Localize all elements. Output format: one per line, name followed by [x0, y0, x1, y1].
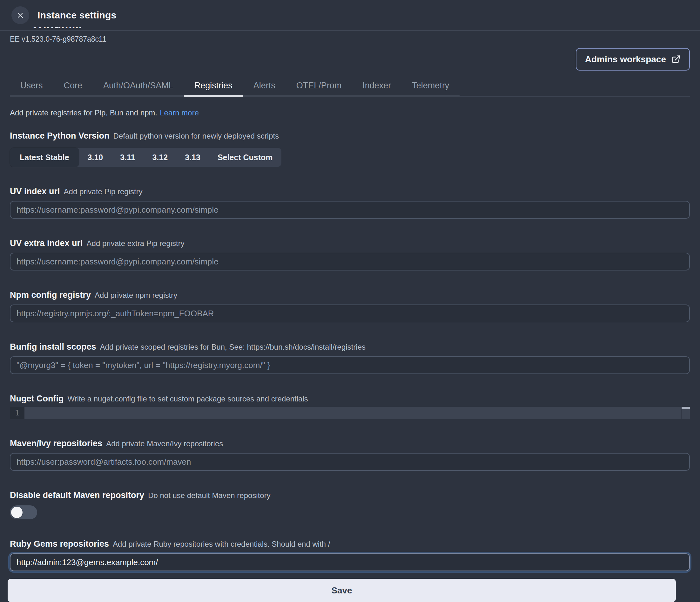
- tab-telemetry[interactable]: Telemetry: [401, 77, 459, 97]
- modal-header: Instance settings: [0, 0, 700, 30]
- field-hint: Add private Maven/Ivy repositories: [106, 438, 223, 449]
- admins-workspace-label: Admins workspace: [585, 54, 666, 65]
- field-head: Instance Python Version Default python v…: [10, 130, 690, 141]
- field-label: UV index url: [10, 186, 60, 197]
- external-link-icon: [671, 55, 681, 64]
- version-text: EE v1.523.0-76-g98787a8c11: [10, 34, 690, 44]
- nuget-config-editor[interactable]: 1: [10, 407, 690, 419]
- page-title: Instance settings: [38, 10, 116, 21]
- field-hint: Do not use default Maven repository: [148, 490, 271, 501]
- tab-alerts[interactable]: Alerts: [243, 77, 286, 97]
- field-label: Npm config registry: [10, 290, 91, 300]
- npm-config-registry-input[interactable]: [10, 305, 690, 322]
- field-head: Maven/Ivy repositoriesAdd private Maven/…: [10, 438, 690, 449]
- close-icon: [16, 11, 25, 20]
- field-head: Disable default Maven repositoryDo not u…: [10, 490, 690, 501]
- uv-extra-index-url-input[interactable]: [10, 253, 690, 270]
- field-head: Npm config registryAdd private npm regis…: [10, 290, 690, 301]
- field-hint: Add private Pip registry: [64, 186, 143, 197]
- field-hint: Add private scoped registries for Bun, S…: [100, 342, 366, 353]
- intro-text: Add private registries for Pip, Bun and …: [10, 108, 690, 118]
- python-version-segmented-control: Latest Stable3.103.113.123.13Select Cust…: [10, 148, 281, 167]
- field-npm-config-registry: Npm config registryAdd private npm regis…: [10, 290, 690, 322]
- python-version-option-latest-stable[interactable]: Latest Stable: [10, 148, 79, 167]
- field-label: Disable default Maven repository: [10, 490, 144, 501]
- tab-users[interactable]: Users: [10, 77, 53, 97]
- field-label: Maven/Ivy repositories: [10, 438, 102, 449]
- clipped-app-name: Windmill: [32, 27, 114, 30]
- field-uv-extra-index-url: UV extra index urlAdd private extra Pip …: [10, 238, 690, 270]
- save-button[interactable]: Save: [8, 579, 676, 602]
- field-nuget-config: Nuget ConfigWrite a nuget.config file to…: [10, 393, 690, 419]
- maven-ivy-repositories-input[interactable]: [10, 453, 690, 471]
- tab-core[interactable]: Core: [53, 77, 93, 97]
- editor-code-area[interactable]: [24, 407, 681, 419]
- editor-minimap: [681, 407, 690, 419]
- toggle-knob: [11, 507, 23, 518]
- tab-otel-prom[interactable]: OTEL/Prom: [286, 77, 352, 97]
- field-label: Nuget Config: [10, 393, 64, 404]
- field-label: Instance Python Version: [10, 130, 109, 141]
- python-version-option-3-13[interactable]: 3.13: [176, 148, 209, 167]
- field-hint: Default python version for newly deploye…: [114, 130, 279, 141]
- intro-description: Add private registries for Pip, Bun and …: [10, 109, 157, 117]
- tab-bar: UsersCoreAuth/OAuth/SAMLRegistriesAlerts…: [10, 77, 690, 97]
- tab-list: UsersCoreAuth/OAuth/SAMLRegistriesAlerts…: [10, 77, 459, 97]
- admins-workspace-button[interactable]: Admins workspace: [576, 48, 690, 71]
- tab-indexer[interactable]: Indexer: [352, 77, 401, 97]
- field-hint: Add private Ruby repositories with crede…: [113, 539, 330, 550]
- minimap-slider[interactable]: [681, 407, 690, 409]
- uv-index-url-input[interactable]: [10, 201, 690, 219]
- field-head: UV index urlAdd private Pip registry: [10, 186, 690, 197]
- field-head: Ruby Gems repositoriesAdd private Ruby r…: [10, 538, 690, 550]
- tab-auth-oauth-saml[interactable]: Auth/OAuth/SAML: [93, 77, 184, 97]
- field-disable-default-maven-repository: Disable default Maven repositoryDo not u…: [10, 490, 690, 520]
- field-instance-python-version: Instance Python Version Default python v…: [10, 130, 690, 167]
- bunfig-install-scopes-input[interactable]: [10, 356, 690, 374]
- editor-line-number: 1: [10, 407, 24, 419]
- python-version-option-select-custom[interactable]: Select Custom: [209, 148, 281, 167]
- disable-default-maven-repository-toggle[interactable]: [10, 505, 37, 520]
- field-hint: Add private npm registry: [95, 290, 177, 301]
- close-button[interactable]: [11, 6, 29, 24]
- field-maven-ivy-repositories: Maven/Ivy repositoriesAdd private Maven/…: [10, 438, 690, 471]
- field-head: UV extra index urlAdd private extra Pip …: [10, 238, 690, 249]
- field-uv-index-url: UV index urlAdd private Pip registry: [10, 186, 690, 219]
- learn-more-link[interactable]: Learn more: [160, 109, 199, 117]
- field-hint: Write a nuget.config file to set custom …: [67, 393, 308, 404]
- field-hint: Add private extra Pip registry: [87, 238, 184, 249]
- python-version-option-3-12[interactable]: 3.12: [144, 148, 177, 167]
- footer: Save: [10, 579, 690, 602]
- field-head: Bunfig install scopesAdd private scoped …: [10, 341, 690, 353]
- fields-container: UV index urlAdd private Pip registryUV e…: [10, 186, 690, 571]
- ruby-gems-repositories-input[interactable]: [10, 553, 690, 571]
- field-label: Ruby Gems repositories: [10, 538, 109, 549]
- field-head: Nuget ConfigWrite a nuget.config file to…: [10, 393, 690, 404]
- python-version-option-3-10[interactable]: 3.10: [79, 148, 112, 167]
- field-ruby-gems-repositories: Ruby Gems repositoriesAdd private Ruby r…: [10, 538, 690, 571]
- field-bunfig-install-scopes: Bunfig install scopesAdd private scoped …: [10, 341, 690, 374]
- settings-content: EE v1.523.0-76-g98787a8c11 Admins worksp…: [0, 34, 700, 602]
- tab-registries[interactable]: Registries: [184, 77, 243, 97]
- field-label: UV extra index url: [10, 238, 83, 248]
- python-version-option-3-11[interactable]: 3.11: [111, 148, 144, 167]
- field-label: Bunfig install scopes: [10, 341, 96, 352]
